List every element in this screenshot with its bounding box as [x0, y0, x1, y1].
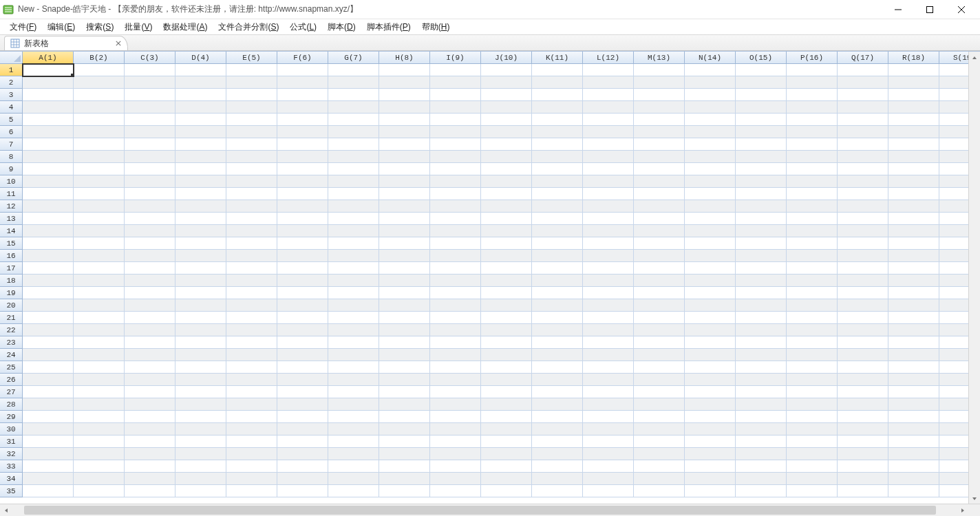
- cell[interactable]: [583, 423, 634, 436]
- cell[interactable]: [430, 436, 481, 448]
- cell[interactable]: [125, 423, 175, 436]
- cell[interactable]: [379, 386, 430, 398]
- row-header[interactable]: 15: [0, 237, 23, 250]
- cell[interactable]: [175, 398, 226, 411]
- cell[interactable]: [838, 336, 888, 349]
- cell[interactable]: [838, 151, 888, 163]
- row-header[interactable]: 32: [0, 448, 23, 460]
- scroll-up-icon[interactable]: [969, 52, 980, 63]
- cell[interactable]: [23, 349, 74, 361]
- column-header[interactable]: D(4): [175, 52, 226, 64]
- cell[interactable]: [328, 386, 379, 398]
- cell[interactable]: [787, 114, 838, 126]
- cell[interactable]: [74, 163, 125, 175]
- cell[interactable]: [277, 200, 328, 213]
- cell[interactable]: [888, 324, 939, 336]
- cell[interactable]: [787, 349, 838, 361]
- cell[interactable]: [481, 138, 532, 151]
- cell[interactable]: [838, 423, 888, 436]
- cell[interactable]: [888, 299, 939, 312]
- cell[interactable]: [736, 237, 787, 250]
- cell[interactable]: [328, 299, 379, 312]
- cell[interactable]: [532, 151, 583, 163]
- cell[interactable]: [125, 275, 175, 287]
- cell[interactable]: [226, 349, 277, 361]
- cell[interactable]: [379, 460, 430, 473]
- cell[interactable]: [532, 200, 583, 213]
- cell[interactable]: [226, 312, 277, 324]
- cell[interactable]: [888, 398, 939, 411]
- cell[interactable]: [226, 64, 277, 76]
- cell[interactable]: [74, 89, 125, 101]
- column-header[interactable]: I(9): [430, 52, 481, 64]
- cell[interactable]: [736, 448, 787, 460]
- cell[interactable]: [125, 101, 175, 114]
- cell[interactable]: [888, 200, 939, 213]
- cell[interactable]: [888, 151, 939, 163]
- cell[interactable]: [125, 126, 175, 138]
- cell[interactable]: [532, 361, 583, 374]
- cell[interactable]: [532, 398, 583, 411]
- cell[interactable]: [634, 89, 685, 101]
- cell[interactable]: [685, 374, 736, 386]
- row-header[interactable]: 2: [0, 76, 23, 89]
- cell[interactable]: [23, 213, 74, 225]
- cell[interactable]: [888, 64, 939, 76]
- cell[interactable]: [481, 324, 532, 336]
- cell[interactable]: [23, 299, 74, 312]
- cell[interactable]: [787, 423, 838, 436]
- cell[interactable]: [634, 324, 685, 336]
- menu-item-6[interactable]: 公式(L): [284, 20, 322, 34]
- cell[interactable]: [328, 188, 379, 200]
- cell[interactable]: [838, 299, 888, 312]
- row-header[interactable]: 31: [0, 436, 23, 448]
- cell[interactable]: [23, 374, 74, 386]
- cell[interactable]: [634, 250, 685, 262]
- cell[interactable]: [787, 237, 838, 250]
- column-header[interactable]: L(12): [583, 52, 634, 64]
- cell[interactable]: [175, 237, 226, 250]
- cell[interactable]: [787, 299, 838, 312]
- cell[interactable]: [74, 386, 125, 398]
- cell[interactable]: [430, 126, 481, 138]
- cell[interactable]: [125, 163, 175, 175]
- close-button[interactable]: [946, 0, 977, 19]
- row-header[interactable]: 13: [0, 213, 23, 225]
- cell[interactable]: [685, 299, 736, 312]
- cell[interactable]: [532, 299, 583, 312]
- vertical-scrollbar[interactable]: [968, 52, 980, 504]
- cell[interactable]: [888, 175, 939, 188]
- row-header[interactable]: 34: [0, 473, 23, 485]
- cell[interactable]: [787, 386, 838, 398]
- cell[interactable]: [379, 436, 430, 448]
- cell[interactable]: [787, 76, 838, 89]
- cell[interactable]: [226, 324, 277, 336]
- cell[interactable]: [277, 411, 328, 423]
- cell[interactable]: [175, 324, 226, 336]
- cell[interactable]: [23, 473, 74, 485]
- column-header[interactable]: K(11): [532, 52, 583, 64]
- cell[interactable]: [430, 448, 481, 460]
- menu-item-5[interactable]: 文件合并分割(S): [213, 20, 284, 34]
- cell[interactable]: [430, 163, 481, 175]
- cell[interactable]: [685, 386, 736, 398]
- cell[interactable]: [277, 460, 328, 473]
- cell[interactable]: [736, 101, 787, 114]
- cell[interactable]: [685, 64, 736, 76]
- cell[interactable]: [787, 225, 838, 237]
- cell[interactable]: [838, 448, 888, 460]
- column-header[interactable]: A(1): [23, 52, 74, 64]
- cell[interactable]: [430, 213, 481, 225]
- cell[interactable]: [888, 126, 939, 138]
- cell[interactable]: [634, 436, 685, 448]
- cell[interactable]: [736, 287, 787, 299]
- cell[interactable]: [175, 423, 226, 436]
- cell[interactable]: [74, 114, 125, 126]
- cell[interactable]: [888, 250, 939, 262]
- cell[interactable]: [379, 151, 430, 163]
- cell[interactable]: [736, 324, 787, 336]
- column-header[interactable]: B(2): [74, 52, 125, 64]
- row-header[interactable]: 19: [0, 287, 23, 299]
- cell[interactable]: [23, 485, 74, 497]
- cell[interactable]: [838, 386, 888, 398]
